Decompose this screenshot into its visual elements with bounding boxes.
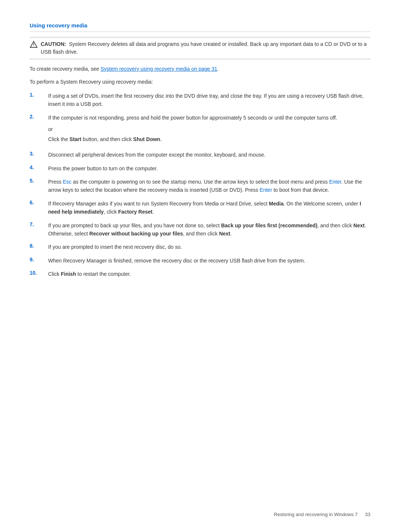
recovery-media-link[interactable]: System recovery using recovery media on …: [100, 66, 217, 72]
caution-body: System Recovery deletes all data and pro…: [41, 41, 367, 55]
step-1: 1. If using a set of DVDs, insert the fi…: [30, 92, 370, 108]
step-6: 6. If Recovery Manager asks if you want …: [30, 200, 370, 216]
step-9-content: When Recovery Manager is finished, remov…: [48, 257, 370, 265]
step-6-number: 6.: [30, 200, 48, 205]
step-1-content: If using a set of DVDs, insert the first…: [48, 92, 370, 108]
enter2-link: Enter: [260, 187, 272, 193]
step-8: 8. If you are prompted to insert the nex…: [30, 243, 370, 251]
svg-text:!: !: [33, 43, 34, 47]
footer: Restoring and recovering in Windows 7 33: [274, 512, 370, 517]
step-4-content: Press the power button to turn on the co…: [48, 164, 370, 173]
step-7: 7. If you are prompted to back up your f…: [30, 221, 370, 238]
steps-list: 1. If using a set of DVDs, insert the fi…: [30, 92, 370, 278]
intro-text: To perform a System Recovery using recov…: [30, 78, 370, 86]
footer-page-number: 33: [365, 512, 370, 517]
step-2-or: or: [48, 126, 370, 133]
step-8-content: If you are prompted to insert the next r…: [48, 243, 370, 251]
step-5-content: Press Esc as the computer is powering on…: [48, 178, 370, 194]
step-2: 2. If the computer is not responding, pr…: [30, 114, 370, 145]
step-10-number: 10.: [30, 270, 48, 276]
link-line-prefix: To create recovery media, see: [30, 66, 100, 72]
caution-icon: !: [30, 41, 38, 48]
link-line: To create recovery media, see System rec…: [30, 65, 370, 73]
step-3: 3. Disconnect all peripheral devices fro…: [30, 151, 370, 159]
step-1-number: 1.: [30, 92, 48, 98]
step-4-number: 4.: [30, 164, 48, 170]
caution-text: CAUTION: System Recovery deletes all dat…: [41, 40, 370, 56]
step-10: 10. Click Finish to restart the computer…: [30, 270, 370, 278]
step-3-content: Disconnect all peripheral devices from t…: [48, 151, 370, 159]
step-7-number: 7.: [30, 221, 48, 227]
step-2-subblock: or Click the Start button, and then clic…: [48, 126, 370, 143]
page-container: Using recovery media ! CAUTION: System R…: [0, 0, 400, 313]
step-5: 5. Press Esc as the computer is powering…: [30, 178, 370, 194]
step-6-content: If Recovery Manager asks if you want to …: [48, 200, 370, 216]
step-9-number: 9.: [30, 257, 48, 262]
step-2-text1: If the computer is not responding, press…: [48, 115, 337, 121]
caution-label: CAUTION:: [41, 41, 66, 47]
step-4: 4. Press the power button to turn on the…: [30, 164, 370, 173]
section-title: Using recovery media: [30, 22, 370, 32]
enter1-link: Enter: [329, 179, 341, 185]
step-8-number: 8.: [30, 243, 48, 249]
step-2-content: If the computer is not responding, press…: [48, 114, 370, 145]
step-7-content: If you are prompted to back up your file…: [48, 221, 370, 238]
esc-link: Esc: [63, 179, 71, 185]
step-2-number: 2.: [30, 114, 48, 120]
step-10-content: Click Finish to restart the computer.: [48, 270, 370, 278]
link-line-suffix: .: [217, 66, 219, 72]
step-2-click: Click the Start button, and then click S…: [48, 135, 370, 143]
caution-box: ! CAUTION: System Recovery deletes all d…: [30, 37, 370, 59]
step-9: 9. When Recovery Manager is finished, re…: [30, 257, 370, 265]
step-5-number: 5.: [30, 178, 48, 184]
step-3-number: 3.: [30, 151, 48, 157]
footer-text: Restoring and recovering in Windows 7: [274, 512, 357, 517]
